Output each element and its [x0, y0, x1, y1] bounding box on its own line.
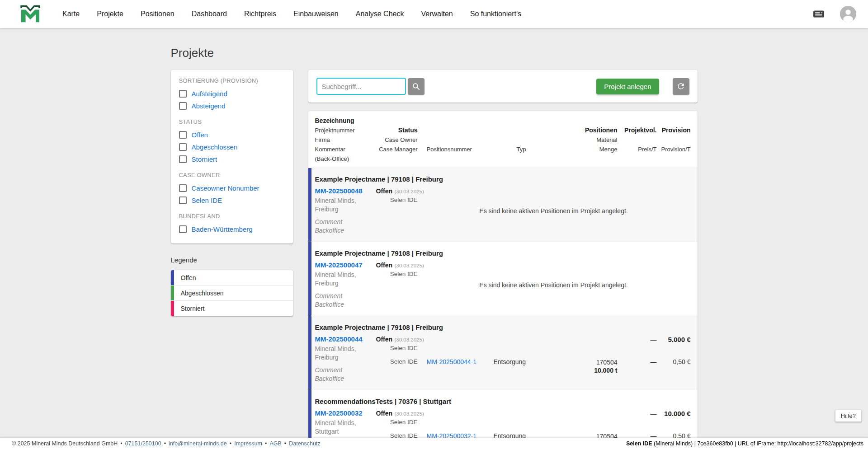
legend-item-abgeschlossen: Abgeschlossen: [171, 285, 293, 301]
project-row: Example Projectname | 79108 | Freiburg M…: [308, 242, 698, 316]
col-positionen: Positionen Material Menge: [549, 116, 618, 164]
projects-table: Bezeichnung Projektnummer Firma Kommenta…: [308, 111, 698, 449]
col-provision: Provision Provision/T: [657, 116, 691, 164]
separator: •: [164, 440, 166, 447]
separator: •: [230, 440, 231, 447]
footer-phone-link[interactable]: 07151/250100: [125, 440, 161, 447]
checkbox-icon[interactable]: [179, 102, 187, 110]
checkbox-icon[interactable]: [179, 131, 187, 139]
filter-panel: SORTIERUNG (PROVISION) Aufsteigend Abste…: [171, 70, 293, 243]
nav-item-karte[interactable]: Karte: [62, 10, 80, 18]
footer-agb-link[interactable]: AGB: [269, 440, 281, 447]
col-positionsnummer: Positionsnummer: [427, 116, 494, 164]
legend-color-done: [171, 285, 174, 300]
no-positions-message: Es sind keine aktiven Positionen im Proj…: [430, 281, 677, 289]
user-avatar[interactable]: [840, 6, 856, 22]
filter-option-offen[interactable]: Offen: [179, 129, 285, 141]
logo-m-icon: [20, 5, 41, 23]
checkbox-icon[interactable]: [179, 90, 187, 98]
legend-color-cancelled: [171, 301, 174, 316]
status-strip-open: [308, 242, 311, 316]
nav-item-richtpreis[interactable]: Richtpreis: [244, 10, 276, 18]
nav-right-icons: [809, 6, 856, 22]
project-comment: Comment Backoffice: [315, 292, 376, 309]
project-status: Offen (30.03.2025) Selen IDE: [376, 335, 418, 351]
footer-email-link[interactable]: info@mineral-minds.de: [169, 440, 227, 447]
toolbar-actions: Projekt anlegen: [596, 78, 689, 95]
checkbox-icon[interactable]: [179, 184, 187, 192]
project-number-link[interactable]: MM-202500044: [315, 335, 376, 343]
table-header: Bezeichnung Projektnummer Firma Kommenta…: [308, 111, 698, 168]
project-provision: [657, 261, 691, 262]
filter-option-caseowner-nonumber[interactable]: Caseowner Nonumber: [179, 182, 285, 194]
filter-heading-status: STATUS: [179, 118, 285, 125]
search-button[interactable]: [408, 78, 425, 95]
filter-option-absteigend[interactable]: Absteigend: [179, 100, 285, 112]
position-typ: Entsorgung: [494, 358, 549, 365]
session-details: (Mineral Minds) | 7ce360e83fb0 | URL of …: [652, 440, 863, 447]
project-company: Mineral Minds, Freiburg: [315, 271, 376, 288]
project-status: Offen (30.03.2025) Selen IDE: [376, 261, 418, 277]
refresh-button[interactable]: [673, 78, 689, 95]
project-number-link[interactable]: MM-202500032: [315, 409, 376, 417]
nav-item-einbauweisen[interactable]: Einbauweisen: [293, 10, 339, 18]
search-input[interactable]: [316, 78, 406, 95]
separator: •: [120, 440, 122, 447]
project-volume: [618, 187, 657, 188]
footer-impressum-link[interactable]: Impressum: [234, 440, 262, 447]
filter-option-baden-wuerttemberg[interactable]: Baden-Württemberg: [179, 223, 285, 235]
checkbox-icon[interactable]: [179, 155, 187, 163]
projects-main: Projekt anlegen Bezeichnung Projek: [308, 70, 698, 449]
project-number-link[interactable]: MM-202500048: [315, 187, 376, 195]
filter-option-aufsteigend[interactable]: Aufsteigend: [179, 88, 285, 100]
nav-item-positionen[interactable]: Positionen: [141, 10, 175, 18]
filter-option-storniert[interactable]: Storniert: [179, 153, 285, 165]
filter-option-abgeschlossen[interactable]: Abgeschlossen: [179, 141, 285, 153]
top-nav: Karte Projekte Positionen Dashboard Rich…: [0, 0, 868, 28]
create-project-button[interactable]: Projekt anlegen: [596, 79, 659, 94]
project-title: RecommendationsTests | 70376 | Stuttgart: [315, 398, 691, 405]
case-owner: Selen IDE: [376, 345, 418, 351]
position-number-link[interactable]: MM-202500044-1: [427, 358, 494, 365]
case-owner: Selen IDE: [376, 419, 418, 426]
footer: © 2025 Mineral Minds Deutschland GmbH • …: [0, 438, 868, 449]
col-bezeichnung: Bezeichnung Projektnummer Firma Kommenta…: [315, 116, 376, 164]
project-number-link[interactable]: MM-202500047: [315, 261, 376, 269]
checkbox-icon[interactable]: [179, 225, 187, 233]
legend-item-storniert: Storniert: [171, 301, 293, 316]
footer-datenschutz-link[interactable]: Datenschutz: [289, 440, 320, 447]
checkbox-icon[interactable]: [179, 196, 187, 204]
legend-title: Legende: [171, 256, 293, 264]
filter-heading-bundesland: BUNDESLAND: [179, 213, 285, 220]
card-reader-icon[interactable]: [809, 7, 828, 21]
position-provision: 0,50 €: [657, 358, 691, 365]
filter-option-selen-ide[interactable]: Selen IDE: [179, 194, 285, 206]
project-title: Example Projectname | 79108 | Freiburg: [315, 323, 691, 331]
session-user: Selen IDE: [626, 440, 652, 447]
nav-item-verwalten[interactable]: Verwalten: [421, 10, 453, 18]
nav-item-dashboard[interactable]: Dashboard: [192, 10, 227, 18]
project-status: Offen (30.03.2025) Selen IDE: [376, 409, 418, 426]
footer-left: © 2025 Mineral Minds Deutschland GmbH • …: [12, 440, 321, 447]
nav-item-analyse-check[interactable]: Analyse Check: [356, 10, 404, 18]
filter-heading-sortierung: SORTIERUNG (PROVISION): [179, 77, 285, 84]
project-volume: —: [618, 335, 657, 343]
case-owner: Selen IDE: [376, 196, 418, 203]
legend-color-open: [171, 270, 174, 285]
nav-item-projekte[interactable]: Projekte: [97, 10, 123, 18]
project-comment: Comment Backoffice: [315, 218, 376, 235]
mineral-minds-logo[interactable]: [20, 5, 41, 23]
legend-item-offen: Offen: [171, 270, 293, 285]
project-status: Offen (30.03.2025) Selen IDE: [376, 187, 418, 203]
checkbox-icon[interactable]: [179, 143, 187, 151]
no-positions-message: Es sind keine aktiven Positionen im Proj…: [430, 207, 677, 215]
help-button[interactable]: Hilfe?: [835, 410, 862, 422]
position-preis: —: [618, 358, 657, 365]
col-typ: Typ: [494, 116, 549, 164]
project-title: Example Projectname | 79108 | Freiburg: [315, 249, 691, 257]
project-row: Example Projectname | 79108 | Freiburg M…: [308, 316, 698, 390]
project-volume: —: [618, 409, 657, 417]
position-material: 170504 10.000 t: [549, 358, 618, 374]
nav-item-so-funktionierts[interactable]: So funktioniert's: [470, 10, 521, 18]
project-company: Mineral Minds, Freiburg: [315, 196, 376, 214]
